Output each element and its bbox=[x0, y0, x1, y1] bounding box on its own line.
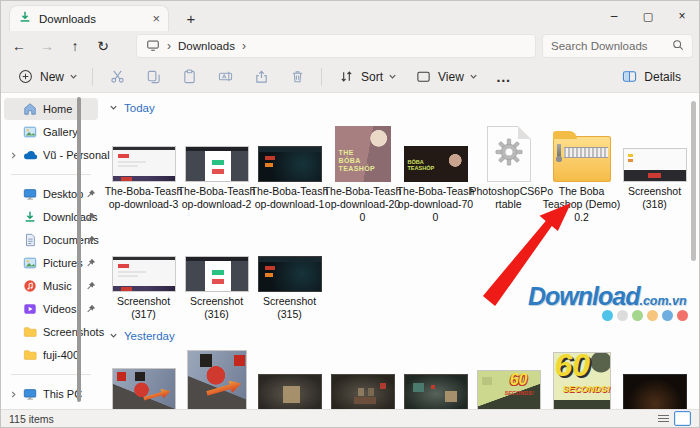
up-button[interactable]: ↑ bbox=[61, 34, 89, 58]
close-button[interactable]: × bbox=[665, 1, 699, 31]
maximize-button[interactable]: ▢ bbox=[631, 1, 665, 31]
file-item[interactable]: Screenshot (315) bbox=[253, 228, 326, 321]
more-options-button[interactable]: … bbox=[486, 68, 522, 85]
sidebar-item-documents[interactable]: Documents bbox=[4, 229, 98, 251]
file-item[interactable]: THE BÓBA TEASHÓPThe-Boba-Teash op-downlo… bbox=[326, 118, 399, 224]
chevron-right-icon[interactable] bbox=[9, 150, 19, 160]
file-item[interactable]: meo-choi-60-sec ond-1 bbox=[326, 346, 399, 409]
file-item[interactable]: The-Boba-Teash op-download-1 bbox=[253, 118, 326, 224]
thumbnail-zone bbox=[619, 346, 691, 409]
file-item[interactable]: BÓBA TEASHÓPThe-Boba-Teash op-download-7… bbox=[399, 118, 472, 224]
file-item[interactable]: meo-choi-60-sec ond-2 bbox=[399, 346, 472, 409]
back-button[interactable]: ← bbox=[5, 34, 33, 58]
sidebar-item-gallery[interactable]: Gallery bbox=[4, 121, 98, 143]
list-view-icon[interactable] bbox=[657, 413, 670, 424]
paste-icon bbox=[179, 66, 199, 88]
main-scrollbar[interactable] bbox=[691, 101, 696, 261]
title-bar: Downloads × + – ▢ × bbox=[1, 1, 699, 31]
view-button[interactable]: View bbox=[405, 64, 486, 90]
thumbnail-zone bbox=[254, 118, 326, 182]
new-tab-button[interactable]: + bbox=[181, 8, 201, 28]
sort-button[interactable]: Sort bbox=[328, 64, 405, 90]
file-item[interactable]: The Boba Teashop (Demo) 0.2 bbox=[545, 118, 618, 224]
toolbar-divider bbox=[92, 68, 93, 86]
file-item[interactable]: Screenshot (318) bbox=[618, 118, 691, 224]
rename-button[interactable] bbox=[207, 64, 243, 90]
thumbnail-zone bbox=[108, 346, 180, 409]
sidebar-item-this-pc[interactable]: This PC bbox=[4, 383, 98, 405]
pin-icon bbox=[86, 189, 96, 201]
tab-close-icon[interactable]: × bbox=[152, 12, 160, 25]
thumbnail-zone bbox=[181, 346, 253, 409]
group-header-yesterday[interactable]: Yesterday bbox=[109, 328, 699, 344]
onedrive-icon bbox=[23, 148, 38, 163]
file-thumbnail-shot-318 bbox=[623, 148, 687, 182]
sidebar-item-music[interactable]: Music bbox=[4, 275, 98, 297]
file-thumbnail-shot-center bbox=[185, 256, 249, 292]
thumbnail-view-icon[interactable] bbox=[674, 411, 691, 426]
file-item[interactable]: meo-choi-60-sec ond-3 bbox=[253, 346, 326, 409]
watermark-dot bbox=[617, 310, 628, 321]
copy-icon bbox=[143, 66, 163, 88]
file-thumbnail-sixty-square: 60SECONDS! bbox=[553, 352, 611, 409]
sidebar-item-downloads[interactable]: Downloads bbox=[4, 206, 98, 228]
command-toolbar: New Sort View … Details bbox=[1, 61, 699, 93]
new-button[interactable]: New bbox=[7, 64, 86, 90]
sidebar-item-home[interactable]: Home bbox=[4, 98, 98, 120]
breadcrumb-segment[interactable]: Downloads bbox=[178, 40, 235, 52]
thumbnail-zone: 60SECONDS! bbox=[473, 346, 545, 409]
file-item[interactable]: code-Blade-Ball- 700 bbox=[107, 346, 180, 409]
refresh-button[interactable]: ↻ bbox=[89, 34, 117, 58]
forward-button[interactable]: → bbox=[33, 34, 61, 58]
sidebar-item-pictures[interactable]: Pictures bbox=[4, 252, 98, 274]
sidebar-scrollbar[interactable] bbox=[77, 97, 81, 402]
gallery-icon bbox=[23, 125, 38, 140]
thumbnail-zone bbox=[108, 228, 180, 292]
file-item[interactable]: PhotoshopCS6Po rtable bbox=[472, 118, 545, 224]
thumbnail-zone bbox=[546, 118, 618, 182]
chevron-right-icon[interactable] bbox=[9, 389, 19, 399]
file-thumbnail-shot-navy bbox=[258, 146, 322, 182]
file-item[interactable]: The-Boba-Teash op-download-3 bbox=[107, 118, 180, 224]
this-pc-icon bbox=[146, 38, 160, 54]
file-item[interactable]: Screenshot (317) bbox=[107, 228, 180, 321]
file-name: The-Boba-Teash op-download-3 bbox=[105, 185, 183, 211]
sidebar-item-videos[interactable]: Videos bbox=[4, 298, 98, 320]
details-pane-button[interactable]: Details bbox=[611, 64, 689, 90]
explorer-tab-downloads[interactable]: Downloads × bbox=[9, 5, 169, 31]
group-header-today[interactable]: Today bbox=[109, 100, 699, 116]
rename-icon bbox=[215, 66, 235, 88]
file-item[interactable]: Screenshot (316) bbox=[180, 228, 253, 321]
copy-button[interactable] bbox=[135, 64, 171, 90]
delete-button[interactable] bbox=[279, 64, 315, 90]
sidebar-item-v-personal[interactable]: Vũ - Personal bbox=[4, 144, 98, 166]
watermark-dots bbox=[602, 310, 688, 321]
file-thumbnail-shot-navy bbox=[258, 256, 322, 292]
chevron-down-icon bbox=[69, 70, 78, 84]
tab-title: Downloads bbox=[39, 13, 145, 25]
watermark-dot bbox=[662, 310, 673, 321]
watermark: Download.com.vn bbox=[528, 282, 687, 311]
search-input[interactable]: Search Downloads bbox=[542, 34, 693, 58]
file-grid: code-Blade-Ball- 700code-Blade-Ball- 200… bbox=[107, 346, 697, 409]
share-icon bbox=[251, 66, 271, 88]
breadcrumb[interactable]: › Downloads › bbox=[136, 34, 536, 58]
documents-icon bbox=[23, 233, 38, 248]
file-item[interactable]: The-Boba-Teash op-download-2 bbox=[180, 118, 253, 224]
file-thumbnail-gear-doc bbox=[487, 126, 531, 182]
paste-button[interactable] bbox=[171, 64, 207, 90]
file-explorer-window: Downloads × + – ▢ × ← → ↑ ↻ › Downloads … bbox=[0, 0, 700, 428]
share-button[interactable] bbox=[243, 64, 279, 90]
cut-button[interactable] bbox=[99, 64, 135, 90]
minimize-button[interactable]: – bbox=[597, 1, 631, 31]
file-list-area: TodayThe-Boba-Teash op-download-3The-Bob… bbox=[101, 93, 699, 409]
sidebar-item-screenshots[interactable]: Screenshots bbox=[4, 321, 98, 343]
file-item[interactable]: the-elder-scrolls- iv-oblivion-rema ster… bbox=[618, 346, 691, 409]
file-item[interactable]: code-Blade-Ball- 200 bbox=[180, 346, 253, 409]
file-item[interactable]: 60SECONDS!meo-choi-60-sec ond-700 bbox=[472, 346, 545, 409]
chevron-down-icon bbox=[109, 102, 118, 114]
sidebar-item-fuji-400[interactable]: fuji-400 bbox=[4, 344, 98, 366]
file-item[interactable]: 60SECONDS!meo-choi-60-sec ond-200 bbox=[545, 346, 618, 409]
sidebar-item-desktop[interactable]: Desktop bbox=[4, 183, 98, 205]
breadcrumb-chevron-icon: › bbox=[242, 39, 246, 53]
